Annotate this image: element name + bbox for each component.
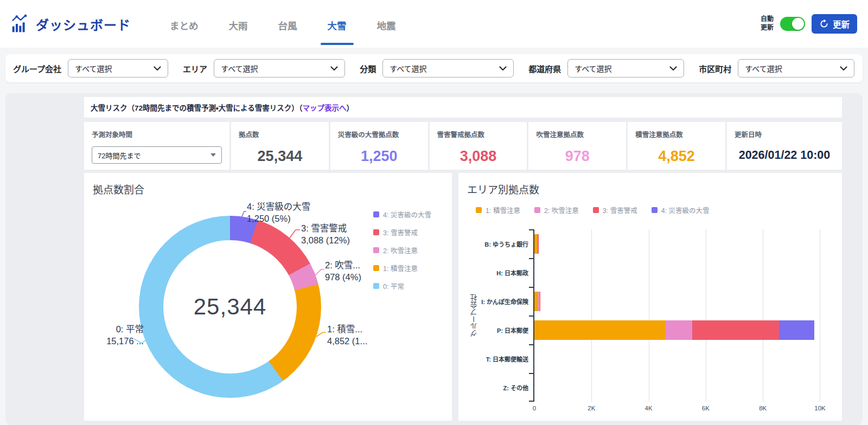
y-axis-tick xyxy=(529,344,534,345)
bar-chart-title: エリア別拠点数 xyxy=(467,182,833,196)
bar-stack[interactable] xyxy=(534,320,826,340)
filter-group: グループ会社すべて選択 xyxy=(13,59,168,78)
legend-swatch xyxy=(373,229,379,235)
donut-center-total: 25,344 xyxy=(194,294,266,320)
y-axis-tick xyxy=(529,258,534,259)
bar-chart-categories: B: ゆうちょ銀行H: 日本郵政I: かんぽ生命保険P: 日本郵便T: 日本郵便… xyxy=(481,229,533,402)
legend-label: 2: 吹雪注意 xyxy=(383,245,418,255)
bar-stack[interactable] xyxy=(534,234,826,254)
bar-segment[interactable] xyxy=(779,320,815,340)
kpi-value: 25,344 xyxy=(231,148,329,165)
tab-まとめ[interactable]: まとめ xyxy=(170,18,199,32)
nav-tabs: まとめ大雨台風大雪地震 xyxy=(170,18,396,32)
bar-chart-card: エリア別拠点数 1: 積雪注意2: 吹雪注意3: 雪害警戒4: 災害級の大雪 グ… xyxy=(458,173,842,421)
donut-callout-label: 2: 吹雪...978 (4%) xyxy=(325,259,361,283)
legend-item: 4: 災害級の大雪 xyxy=(652,205,710,215)
kpi-card: 雪害警戒拠点数3,088 xyxy=(430,122,527,170)
bar-segment[interactable] xyxy=(538,234,539,254)
bar-segment[interactable] xyxy=(692,320,779,340)
filter-group: エリアすべて選択 xyxy=(183,59,345,78)
chevron-down-icon xyxy=(840,66,847,71)
bar-row xyxy=(534,229,826,258)
y-axis-tick xyxy=(529,229,534,230)
legend-item: 4: 災害級の大雪 xyxy=(373,209,431,220)
filter-select[interactable]: すべて選択 xyxy=(68,59,168,78)
y-axis-tick xyxy=(529,315,534,317)
filter-group: 都道府県すべて選択 xyxy=(528,59,684,78)
legend-label: 1: 積雪注意 xyxy=(383,263,418,273)
bar-stack[interactable] xyxy=(534,263,826,282)
bar-segment[interactable] xyxy=(534,292,538,311)
auto-refresh-toggle[interactable] xyxy=(780,17,805,31)
filter-select[interactable]: すべて選択 xyxy=(567,59,684,78)
legend-label: 4: 災害級の大雪 xyxy=(383,209,431,220)
forecast-window-select[interactable]: 72時間先まで xyxy=(92,146,222,164)
filter-select[interactable]: すべて選択 xyxy=(214,59,345,78)
filter-select[interactable]: すべて選択 xyxy=(738,59,854,78)
kpi-label: 更新日時 xyxy=(735,129,834,139)
bar-row xyxy=(534,344,826,373)
map-view-link[interactable]: マップ表示へ xyxy=(302,102,346,113)
donut-chart: 25,344 4: 災害級の大雪1,250 (5%)3: 雪害警戒3,088 (… xyxy=(93,198,443,414)
tab-大雪[interactable]: 大雪 xyxy=(328,18,347,32)
legend-swatch xyxy=(534,207,540,213)
bar-category-label: P: 日本郵便 xyxy=(481,315,533,344)
dashboard-logo-icon xyxy=(11,14,30,34)
main-panel: 大雪リスク（72時間先までの積雪予測・大雪による雪害リスク）（マップ表示へ） 予… xyxy=(5,93,863,425)
x-axis-tick-label: 0 xyxy=(533,405,536,411)
kpi-updated-card: 更新日時 2026/01/22 10:00 xyxy=(727,122,842,170)
kpi-label: 予測対象時間 xyxy=(92,129,222,139)
refresh-button[interactable]: 更新 xyxy=(812,14,857,34)
legend-item: 2: 吹雪注意 xyxy=(534,205,579,215)
bar-chart-plot: 02K4K6K8K10K xyxy=(533,229,826,402)
filter-select-value: すべて選択 xyxy=(575,63,611,74)
donut-callout-label: 3: 雪害警戒3,088 (12%) xyxy=(301,222,350,246)
legend-swatch xyxy=(373,265,379,271)
bar-segment[interactable] xyxy=(540,292,540,311)
bar-row xyxy=(534,287,826,315)
filter-label: グループ会社 xyxy=(13,63,61,74)
toggle-knob xyxy=(792,18,804,30)
tab-地震[interactable]: 地震 xyxy=(377,18,396,32)
bar-stack[interactable] xyxy=(534,292,826,311)
kpi-value: 978 xyxy=(528,148,626,165)
filter-label: 市区町村 xyxy=(699,63,731,74)
bar-chart-legend: 1: 積雪注意2: 吹雪注意3: 雪害警戒4: 災害級の大雪 xyxy=(476,205,833,215)
bar-category-label: I: かんぽ生命保険 xyxy=(481,287,533,315)
kpi-value: 1,250 xyxy=(330,148,428,165)
app-logo: ダッシュボード xyxy=(11,14,131,34)
filter-group: 分類すべて選択 xyxy=(360,59,514,78)
tab-台風[interactable]: 台風 xyxy=(278,18,297,32)
bar-stack[interactable] xyxy=(534,349,826,369)
donut-hole: 25,344 xyxy=(163,240,297,374)
donut-callout-label: 1: 積雪...4,852 (1... xyxy=(327,323,367,347)
filter-select-value: すべて選択 xyxy=(745,63,782,74)
kpi-card: 災害級の大雪拠点数1,250 xyxy=(330,122,428,170)
donut-chart-title: 拠点数割合 xyxy=(93,182,443,196)
kpi-value: 3,088 xyxy=(430,148,527,165)
bar-row xyxy=(534,315,826,344)
x-axis-tick-label: 10K xyxy=(814,405,825,411)
bar-chart-ylabel: グループ会社 xyxy=(467,229,481,402)
x-axis-tick-label: 6K xyxy=(702,405,710,411)
kpi-forecast-card: 予測対象時間 72時間先まで xyxy=(84,122,229,170)
auto-refresh-label: 自動 更新 xyxy=(761,15,774,32)
bar-segment[interactable] xyxy=(666,320,692,340)
bar-row xyxy=(534,373,826,402)
app-header: ダッシュボード まとめ大雨台風大雪地震 自動 更新 更新 xyxy=(0,0,868,48)
chevron-down-icon xyxy=(669,66,677,71)
risk-title-text: 大雪リスク（72時間先までの積雪予測・大雪による雪害リスク）（ xyxy=(91,102,302,113)
bar-segment[interactable] xyxy=(534,320,666,340)
x-axis-tick-label: 2K xyxy=(588,405,595,411)
donut-legend: 4: 災害級の大雪3: 雪害警戒2: 吹雪注意1: 積雪注意0: 平常 xyxy=(373,209,431,291)
chevron-down-icon xyxy=(499,66,507,71)
filter-select[interactable]: すべて選択 xyxy=(382,59,514,78)
bar-stack[interactable] xyxy=(534,378,826,397)
kpi-label: 雪害警戒拠点数 xyxy=(437,129,520,139)
legend-item: 1: 積雪注意 xyxy=(476,205,520,215)
tab-大雨[interactable]: 大雨 xyxy=(229,18,248,32)
legend-item: 3: 雪害警戒 xyxy=(593,205,637,215)
legend-label: 2: 吹雪注意 xyxy=(544,205,579,215)
filter-select-value: すべて選択 xyxy=(221,63,258,74)
bar-category-label: H: 日本郵政 xyxy=(481,258,533,287)
